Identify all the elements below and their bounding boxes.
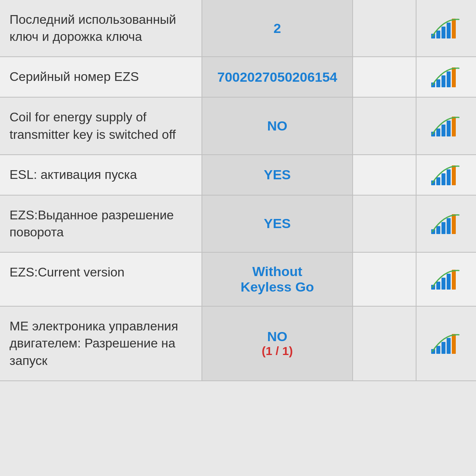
cell-empty [353, 196, 416, 252]
cell-signal-icon [416, 0, 476, 56]
svg-rect-33 [447, 338, 451, 354]
table-row: ESL: активация пуска YES [0, 155, 476, 196]
cell-value-container: 2 [202, 0, 353, 56]
svg-rect-1 [436, 31, 440, 38]
table-row: EZS:Выданное разрешение поворота YES [0, 196, 476, 253]
svg-rect-13 [447, 121, 451, 136]
cell-value: NO [267, 329, 288, 344]
table-row: Серийный номер EZS 7002027050206154 [0, 57, 476, 98]
cell-value-container: NO [202, 98, 353, 154]
cell-signal-icon [416, 196, 476, 252]
svg-rect-7 [441, 75, 445, 87]
svg-rect-14 [452, 117, 456, 136]
svg-rect-17 [441, 173, 445, 185]
cell-value: YES [264, 167, 291, 182]
cell-empty [353, 98, 416, 154]
svg-rect-24 [452, 214, 456, 234]
table-row: ME электроника управления двигателем: Ра… [0, 307, 476, 381]
cell-label: Coil for energy supply of transmitter ke… [0, 98, 202, 154]
svg-rect-3 [447, 23, 451, 38]
table-row: EZS:Current version WithoutKeyless Go [0, 253, 476, 307]
svg-rect-29 [452, 270, 456, 290]
svg-rect-16 [436, 177, 440, 185]
cell-value: WithoutKeyless Go [240, 264, 314, 295]
svg-rect-2 [441, 27, 445, 38]
cell-value-sub: (1 / 1) [262, 344, 293, 358]
svg-rect-8 [447, 71, 451, 87]
cell-signal-icon [416, 98, 476, 154]
cell-label: ESL: активация пуска [0, 155, 202, 195]
svg-rect-18 [447, 169, 451, 185]
cell-empty [353, 253, 416, 306]
cell-value-container: YES [202, 196, 353, 252]
cell-label: ME электроника управления двигателем: Ра… [0, 307, 202, 380]
cell-value: YES [264, 216, 291, 231]
svg-rect-6 [436, 79, 440, 87]
table-row: Последний использованный ключ и дорожка … [0, 0, 476, 57]
svg-rect-28 [447, 274, 451, 290]
cell-value: 2 [274, 21, 281, 36]
svg-rect-9 [452, 67, 456, 87]
svg-rect-19 [452, 165, 456, 185]
svg-rect-34 [452, 334, 456, 354]
svg-rect-12 [441, 125, 445, 136]
cell-value-container: WithoutKeyless Go [202, 253, 353, 306]
cell-empty [353, 57, 416, 97]
cell-empty [353, 0, 416, 56]
svg-rect-4 [452, 19, 456, 38]
cell-empty [353, 307, 416, 380]
cell-label: Серийный номер EZS [0, 57, 202, 97]
cell-signal-icon [416, 57, 476, 97]
cell-value-container: YES [202, 155, 353, 195]
cell-label: EZS:Выданное разрешение поворота [0, 196, 202, 252]
cell-value-container: 7002027050206154 [202, 57, 353, 97]
svg-rect-27 [441, 278, 445, 290]
svg-rect-32 [441, 342, 445, 354]
cell-value: NO [267, 118, 288, 134]
table-row: Coil for energy supply of transmitter ke… [0, 98, 476, 155]
cell-signal-icon [416, 155, 476, 195]
svg-rect-23 [447, 218, 451, 234]
cell-empty [353, 155, 416, 195]
cell-signal-icon [416, 307, 476, 380]
cell-value: 7002027050206154 [217, 69, 338, 85]
data-table: Последний использованный ключ и дорожка … [0, 0, 476, 381]
svg-rect-11 [436, 129, 440, 136]
svg-rect-26 [436, 282, 440, 290]
svg-rect-21 [436, 226, 440, 234]
svg-rect-22 [441, 222, 445, 234]
svg-rect-31 [436, 346, 440, 354]
cell-value-container: NO(1 / 1) [202, 307, 353, 380]
cell-label: EZS:Current version [0, 253, 202, 306]
cell-signal-icon [416, 253, 476, 306]
cell-label: Последний использованный ключ и дорожка … [0, 0, 202, 56]
